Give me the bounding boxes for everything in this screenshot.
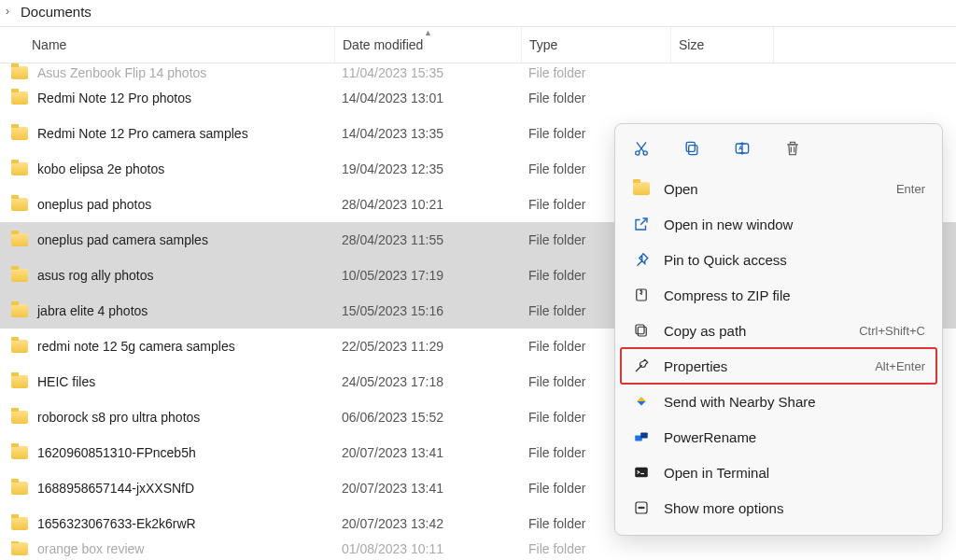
cell-date: 14/04/2023 13:35 — [334, 126, 521, 141]
svg-rect-2 — [689, 146, 697, 155]
context-menu-item-label: Copy as path — [664, 323, 846, 339]
file-name: HEIC files — [37, 374, 95, 389]
copy-path-icon — [632, 321, 651, 340]
cell-date: 01/08/2023 10:11 — [334, 541, 521, 556]
cell-type: File folder — [521, 91, 670, 105]
file-name: roborock s8 pro ultra photos — [37, 410, 200, 425]
file-name: 1688958657144-jxXXSNfD — [37, 481, 194, 496]
folder-icon — [11, 127, 28, 140]
chevron-right-icon[interactable]: › — [6, 5, 9, 18]
cell-date: 20/07/2023 13:42 — [334, 516, 521, 531]
context-menu-item-label: Open in new window — [664, 217, 925, 232]
folder-icon — [11, 304, 28, 317]
svg-point-13 — [640, 507, 642, 509]
context-menu-item-label: Compress to ZIP file — [664, 287, 925, 303]
cell-name: Redmi Note 12 Pro photos — [0, 91, 334, 105]
cell-name: HEIC files — [0, 374, 334, 389]
context-menu-item-properties[interactable]: PropertiesAlt+Enter — [621, 348, 936, 384]
sort-caret-up-icon: ▲ — [424, 28, 432, 37]
context-menu-item-shortcut: Alt+Enter — [875, 359, 925, 373]
svg-rect-9 — [640, 433, 648, 439]
svg-point-1 — [643, 151, 647, 155]
cell-name: 1620960851310-FPnceb5h — [0, 445, 334, 460]
folder-icon — [11, 233, 28, 246]
context-menu-item-nearby-share[interactable]: Send with Nearby Share — [621, 384, 936, 419]
column-header-date[interactable]: ▲ Date modified — [334, 27, 521, 63]
folder-icon — [11, 446, 28, 459]
cell-name: 1688958657144-jxXXSNfD — [0, 481, 334, 496]
svg-rect-7 — [636, 325, 644, 334]
file-name: oneplus pad photos — [37, 197, 151, 212]
cell-date: 20/07/2023 13:41 — [334, 481, 521, 496]
cell-date: 10/05/2023 17:19 — [334, 268, 521, 283]
cell-date: 15/05/2023 15:16 — [334, 303, 521, 318]
folder-icon — [11, 269, 28, 282]
column-header-date-label: Date modified — [343, 37, 423, 52]
folder-icon — [11, 91, 28, 105]
context-menu-item-label: Open — [664, 181, 883, 197]
context-menu-item-open-new-window[interactable]: Open in new window — [621, 206, 936, 242]
file-name: kobo elipsa 2e photos — [37, 161, 164, 176]
more-icon — [632, 498, 651, 517]
cell-date: 20/07/2023 13:41 — [334, 445, 521, 460]
file-name: redmi note 12 5g camera samples — [37, 339, 235, 354]
cell-date: 19/04/2023 12:35 — [334, 161, 521, 176]
column-headers: Name ▲ Date modified Type Size — [0, 26, 956, 63]
context-menu-item-copy-path[interactable]: Copy as pathCtrl+Shift+C — [621, 313, 936, 348]
folder-icon — [11, 66, 28, 79]
cell-name: kobo elipsa 2e photos — [0, 161, 334, 176]
delete-icon[interactable] — [781, 137, 804, 160]
folder-icon — [11, 198, 28, 211]
cell-name: asus rog ally photos — [0, 268, 334, 283]
rename-icon[interactable] — [731, 137, 753, 160]
context-menu-item-compress-zip[interactable]: Compress to ZIP file — [621, 277, 936, 313]
context-menu: OpenEnterOpen in new windowPin to Quick … — [614, 123, 943, 536]
column-header-type[interactable]: Type — [521, 27, 670, 63]
context-menu-item-powerrename[interactable]: PowerRename — [621, 419, 936, 455]
context-menu-item-shortcut: Ctrl+Shift+C — [859, 324, 925, 338]
table-row[interactable]: Redmi Note 12 Pro photos14/04/2023 13:01… — [0, 80, 956, 116]
column-header-extra[interactable] — [773, 27, 956, 63]
file-name: oneplus pad camera samples — [37, 232, 208, 247]
context-menu-item-open-terminal[interactable]: Open in Terminal — [621, 455, 936, 490]
cell-type: File folder — [521, 541, 670, 556]
cut-icon[interactable] — [630, 137, 653, 160]
table-row[interactable]: orange box review01/08/2023 10:11File fo… — [0, 541, 956, 560]
column-header-size[interactable]: Size — [670, 27, 773, 63]
file-name: 1656323067633-Ek2k6rwR — [37, 516, 196, 531]
context-menu-item-more-options[interactable]: Show more options — [621, 490, 936, 525]
cell-date: 28/04/2023 10:21 — [334, 197, 521, 212]
cell-name: oneplus pad photos — [0, 197, 334, 212]
open-external-icon — [632, 215, 651, 233]
file-name: Asus Zenbook Flip 14 photos — [37, 65, 206, 80]
context-menu-iconbar — [621, 132, 936, 171]
cell-date: 22/05/2023 11:29 — [334, 339, 521, 354]
svg-point-12 — [639, 507, 640, 509]
copy-icon[interactable] — [681, 137, 703, 160]
folder-icon — [11, 375, 28, 388]
svg-point-14 — [643, 507, 645, 509]
context-menu-item-label: Send with Nearby Share — [664, 394, 925, 410]
context-menu-item-open[interactable]: OpenEnter — [621, 171, 936, 206]
folder-icon — [11, 517, 28, 530]
context-menu-item-label: Pin to Quick access — [664, 252, 925, 268]
pin-icon — [632, 250, 651, 269]
svg-rect-3 — [686, 142, 695, 151]
table-row[interactable]: Asus Zenbook Flip 14 photos11/04/2023 15… — [0, 63, 956, 80]
folder-icon — [11, 162, 28, 175]
folder-icon — [632, 179, 651, 198]
context-menu-item-shortcut: Enter — [896, 182, 925, 196]
cell-date: 06/06/2023 15:52 — [334, 410, 521, 425]
svg-rect-10 — [635, 468, 648, 478]
nearby-icon — [632, 392, 651, 411]
zip-icon — [632, 286, 651, 304]
cell-name: oneplus pad camera samples — [0, 232, 334, 247]
context-menu-item-pin-quick[interactable]: Pin to Quick access — [621, 242, 936, 277]
cell-date: 11/04/2023 15:35 — [334, 65, 521, 80]
column-header-name[interactable]: Name — [0, 27, 334, 63]
cell-date: 14/04/2023 13:01 — [334, 91, 521, 105]
cell-name: 1656323067633-Ek2k6rwR — [0, 516, 334, 531]
cell-type: File folder — [521, 65, 670, 80]
context-menu-item-label: PowerRename — [664, 429, 925, 445]
breadcrumb-current[interactable]: Documents — [21, 4, 91, 20]
